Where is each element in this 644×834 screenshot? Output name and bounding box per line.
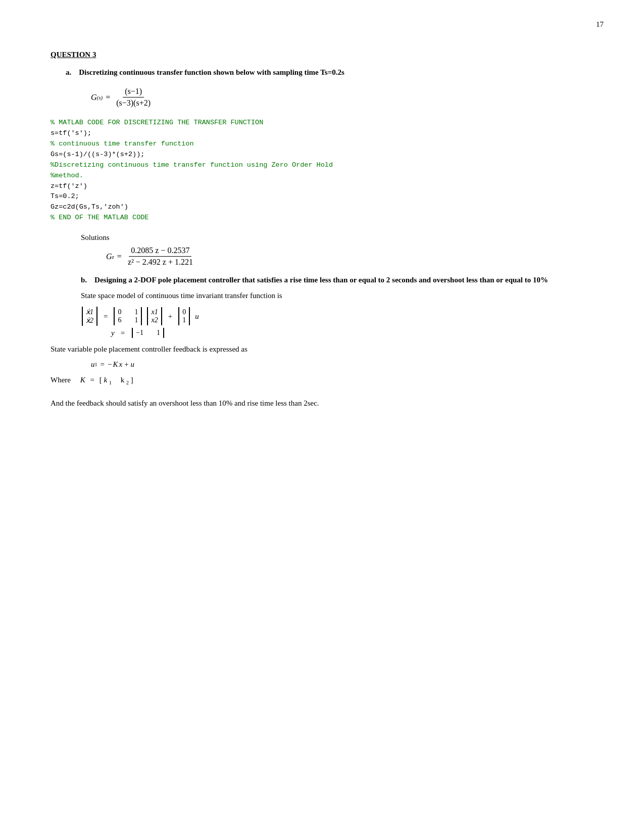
- b2: 1: [182, 316, 186, 324]
- x-matrix: x1 x2: [147, 307, 162, 325]
- state-space-matrix: ẋ1 ẋ2 = 01 61 x1 x2 + 0 1 u y = −1 1: [81, 307, 604, 338]
- solutions-label: Solutions: [81, 233, 604, 242]
- code-comment-1: % MATLAB CODE FOR DISCRETIZING THE TRANS…: [51, 119, 263, 126]
- g-subscript: (s): [97, 94, 103, 101]
- a11: 0: [118, 308, 121, 316]
- sub-question-a-text: Discretizing continuous transfer functio…: [79, 68, 344, 76]
- k-equals: =: [90, 376, 94, 384]
- x1: x1: [151, 308, 158, 316]
- code-comment-2: % continuous time transfer function: [51, 140, 194, 148]
- minus-sign: −: [108, 360, 112, 369]
- K-symbol-2: K: [80, 376, 85, 384]
- a12: 1: [134, 308, 138, 316]
- y-equals: =: [121, 329, 125, 337]
- k-bracket-close: ]: [131, 376, 133, 384]
- b1: 0: [182, 308, 186, 316]
- a22: 1: [134, 316, 138, 324]
- state-space-intro: State space model of continuous time inv…: [81, 289, 604, 302]
- plus-u: +: [124, 360, 128, 369]
- matlab-code-block: % MATLAB CODE FOR DISCRETIZING THE TRANS…: [51, 118, 604, 223]
- A-matrix: 01 61: [114, 307, 142, 325]
- page-number: 17: [596, 20, 604, 29]
- where-K-line: Where K = [ k 1 k 2 ]: [51, 374, 604, 387]
- k2-subscript: 2: [126, 380, 129, 385]
- a21: 6: [118, 316, 121, 324]
- k1-symbol: k: [104, 376, 107, 384]
- gz-denominator: z² − 2.492 z + 1.221: [126, 257, 195, 267]
- matrix-plus: +: [168, 312, 172, 321]
- tf-numerator: (s−1): [123, 87, 144, 97]
- B-matrix: 0 1: [178, 307, 190, 325]
- xdot-1: ẋ1: [86, 308, 93, 316]
- code-line-4: Ts=0.2;: [51, 192, 79, 200]
- tf-fraction: (s−1) (s−3)(s+2): [114, 87, 153, 108]
- y-symbol: y: [111, 329, 115, 337]
- solution-formula: G z = 0.2085 z − 0.2537 z² − 2.492 z + 1…: [106, 246, 604, 267]
- gz-equals: =: [117, 252, 122, 261]
- xdot-2: ẋ2: [86, 316, 93, 325]
- sub-question-b-text: Designing a 2-DOF pole placement control…: [94, 276, 548, 284]
- matrix-eq-1: =: [104, 312, 108, 321]
- u1-subscript: 1: [95, 362, 97, 367]
- gz-fraction: 0.2085 z − 0.2537 z² − 2.492 z + 1.221: [126, 246, 195, 267]
- x2: x2: [151, 316, 158, 324]
- code-line-1: s=tf('s');: [51, 129, 91, 137]
- code-line-5: Gz=c2d(Gs,Ts,'zoh'): [51, 203, 128, 211]
- output-row: y = −1 1: [111, 328, 604, 338]
- x-symbol: x: [119, 360, 122, 369]
- transfer-function-formula: G (s) = (s−1) (s−3)(s+2): [91, 87, 604, 108]
- k-bracket-open: [: [100, 376, 102, 384]
- code-comment-4: %method.: [51, 172, 83, 179]
- equals-sign: =: [106, 93, 110, 102]
- sub-question-b: b. Designing a 2-DOF pole placement cont…: [66, 276, 604, 284]
- tf-denominator: (s−3)(s+2): [114, 97, 153, 108]
- question-title: QUESTION 3: [51, 51, 604, 59]
- where-label: Where: [51, 376, 71, 384]
- gz-symbol: G: [106, 252, 112, 261]
- sub-label-a: a.: [66, 68, 71, 76]
- conclusion-text: And the feedback should satisfy an overs…: [51, 397, 604, 409]
- K-symbol: K: [113, 360, 118, 369]
- k2-symbol: k: [121, 376, 125, 384]
- C-matrix: −1 1: [132, 328, 164, 338]
- c1: −1: [136, 329, 143, 337]
- u1-symbol: u: [91, 360, 95, 369]
- sub-label-b: b.: [81, 276, 87, 284]
- code-line-3: z=tf('z'): [51, 182, 87, 190]
- gz-numerator: 0.2085 z − 0.2537: [129, 246, 191, 257]
- code-comment-5: % END OF THE MATLAB CODE: [51, 214, 148, 221]
- c2: 1: [157, 329, 160, 337]
- control-equals: =: [101, 360, 105, 369]
- gz-subscript: z: [112, 254, 114, 260]
- control-law-formula: u 1 = − K x + u: [91, 360, 604, 369]
- xdot-matrix: ẋ1 ẋ2: [82, 307, 97, 326]
- k1-subscript: 1: [109, 380, 112, 385]
- sub-question-a: a. Discretizing continuous transfer func…: [66, 68, 604, 77]
- controller-feedback-text: State variable pole placement controller…: [51, 343, 604, 355]
- code-comment-3: %Discretizing continuous time transfer f…: [51, 161, 333, 169]
- g-symbol: G: [91, 93, 97, 102]
- u-symbol-2: u: [131, 360, 135, 369]
- code-line-2: Gs=(s-1)/((s-3)*(s+2));: [51, 151, 144, 158]
- u-symbol: u: [195, 312, 199, 321]
- matrix-row-1: ẋ1 ẋ2 = 01 61 x1 x2 + 0 1 u: [81, 307, 604, 326]
